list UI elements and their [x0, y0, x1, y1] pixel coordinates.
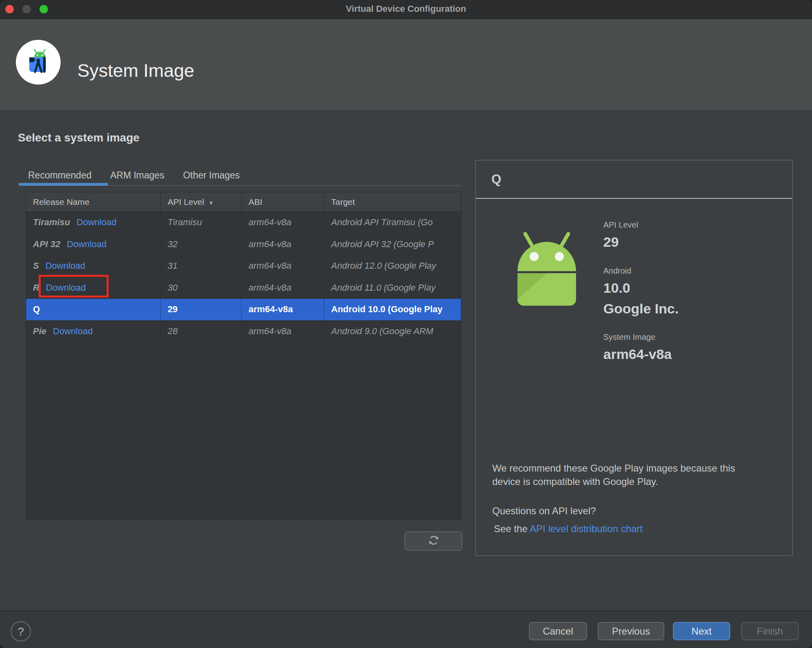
- api-level-cell: 29: [161, 299, 242, 320]
- tab-arm-images[interactable]: ARM Images: [101, 167, 174, 183]
- active-tab-indicator: [19, 183, 108, 186]
- table-row[interactable]: PieDownload 28 arm64-v8a Android 9.0 (Go…: [26, 321, 461, 343]
- refresh-button[interactable]: [404, 531, 463, 551]
- title-bar: Virtual Device Configuration: [0, 0, 812, 19]
- target-cell: Android 12.0 (Google Play: [324, 255, 461, 277]
- previous-button[interactable]: Previous: [598, 622, 664, 640]
- target-cell: Android 10.0 (Google Play: [324, 299, 461, 320]
- table-row[interactable]: SDownload 31 arm64-v8a Android 12.0 (Goo…: [26, 255, 461, 277]
- download-link[interactable]: Download: [67, 239, 107, 249]
- api-level-cell: 28: [161, 321, 242, 342]
- abi-cell: arm64-v8a: [242, 234, 324, 255]
- abi-cell: arm64-v8a: [242, 299, 324, 320]
- wizard-header: System Image: [0, 19, 812, 110]
- api-level-label: API Level: [603, 220, 638, 230]
- abi-cell: arm64-v8a: [242, 255, 324, 277]
- annotation-highlight-box: [39, 275, 109, 298]
- download-link[interactable]: Download: [76, 217, 116, 227]
- refresh-icon: [428, 534, 440, 548]
- tab-recommended[interactable]: Recommended: [19, 167, 101, 183]
- abi-cell: arm64-v8a: [242, 321, 324, 342]
- selection-detail-panel: Q API Level 29 Android 10.0 Google Inc. …: [475, 160, 793, 556]
- target-cell: Android 11.0 (Google Play: [324, 277, 461, 299]
- api-level-cell: 31: [161, 255, 242, 277]
- selected-release-title: Q: [491, 172, 501, 187]
- see-the-text: See the API level distribution chart: [494, 523, 643, 535]
- release-name: API 32: [33, 239, 60, 249]
- dialog-footer: ? Cancel Previous Next Finish: [0, 611, 812, 648]
- release-name: Tiramisu: [33, 217, 70, 227]
- sort-descending-icon: ▼: [208, 200, 214, 206]
- android-robot-icon: [510, 230, 583, 313]
- release-name: Pie: [33, 326, 46, 336]
- api-level-cell: 30: [161, 277, 242, 299]
- table-row[interactable]: TiramisuDownload Tiramisu arm64-v8a Andr…: [26, 212, 461, 234]
- window-title: Virtual Device Configuration: [0, 4, 812, 14]
- table-header-row: Release Name API Level▼ ABI Target: [26, 192, 461, 212]
- api-distribution-chart-link[interactable]: API level distribution chart: [530, 523, 642, 534]
- table-row-selected[interactable]: Q 29 arm64-v8a Android 10.0 (Google Play: [26, 299, 461, 321]
- android-version-value: 10.0: [603, 280, 630, 296]
- finish-button-disabled: Finish: [741, 622, 799, 640]
- column-header-target[interactable]: Target: [324, 192, 461, 211]
- release-name: Q: [33, 304, 40, 314]
- system-image-label: System Image: [603, 333, 655, 342]
- avatar: [16, 40, 61, 85]
- target-cell: Android API Tiramisu (Go: [324, 212, 461, 233]
- release-name: S: [33, 261, 39, 271]
- download-link[interactable]: Download: [46, 261, 85, 271]
- target-cell: Android 9.0 (Google ARM: [324, 321, 461, 342]
- table-row[interactable]: API 32Download 32 arm64-v8a Android API …: [26, 234, 461, 256]
- help-button[interactable]: ?: [11, 621, 31, 641]
- android-label: Android: [603, 266, 631, 276]
- system-image-table: Release Name API Level▼ ABI Target Tiram…: [26, 192, 461, 520]
- recommendation-text: We recommend these Google Play images be…: [492, 461, 736, 488]
- abi-cell: arm64-v8a: [242, 212, 324, 233]
- column-header-api-level[interactable]: API Level▼: [161, 192, 242, 211]
- target-cell: Android API 32 (Google P: [324, 234, 461, 255]
- download-link[interactable]: Download: [53, 326, 93, 336]
- next-button[interactable]: Next: [673, 622, 730, 640]
- api-level-value: 29: [603, 234, 619, 250]
- api-level-cell: Tiramisu: [161, 212, 242, 233]
- tab-other-images[interactable]: Other Images: [174, 167, 249, 183]
- vendor-value: Google Inc.: [603, 301, 679, 317]
- cancel-button[interactable]: Cancel: [529, 622, 587, 640]
- column-header-release-name[interactable]: Release Name: [26, 192, 161, 211]
- abi-cell: arm64-v8a: [242, 277, 324, 299]
- system-image-value: arm64-v8a: [603, 346, 672, 362]
- virtual-device-configuration-dialog: Virtual Device Configuration: [0, 0, 812, 648]
- api-question-text: Questions on API level?: [492, 505, 596, 517]
- api-level-cell: 32: [161, 234, 242, 255]
- page-title: System Image: [77, 60, 194, 81]
- android-studio-logo-icon: [24, 47, 53, 78]
- panel-divider: [476, 198, 792, 199]
- column-header-abi[interactable]: ABI: [242, 192, 324, 211]
- question-mark-icon: ?: [17, 625, 24, 638]
- section-heading: Select a system image: [18, 131, 140, 144]
- image-source-tabs: Recommended ARM Images Other Images: [19, 167, 249, 183]
